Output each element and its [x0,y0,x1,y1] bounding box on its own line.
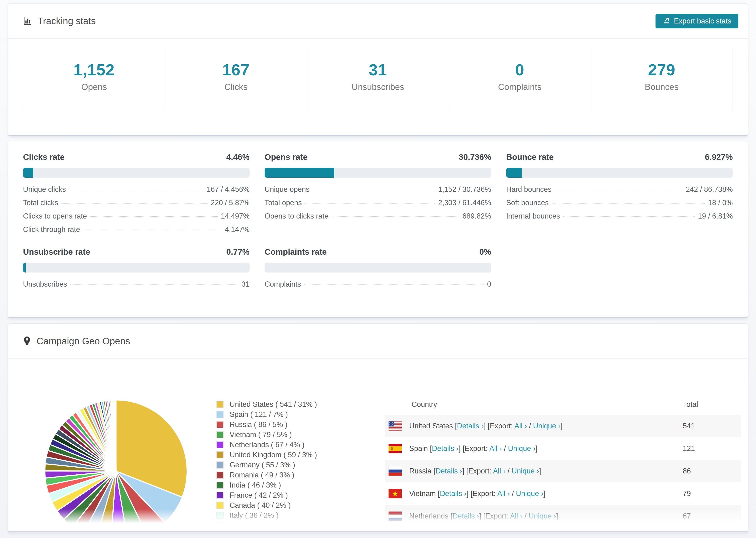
table-row-nl: Netherlands [Details ›] [Export: All › /… [385,505,741,527]
rate-title: Clicks rate [23,152,65,162]
rate-detail-value: 2,303 / 61.446% [438,198,491,207]
bracket: ] [561,422,563,430]
export-unique-link[interactable]: Unique › [508,444,535,453]
rate-detail-row: Unique opens1,152 / 30.736% [265,185,491,198]
legend-swatch [216,461,224,468]
details-link[interactable]: Details › [453,512,479,520]
flag-icon-ru [389,466,402,476]
legend-label: South Africa ( 29 / 2% ) [230,531,304,533]
legend-label: Italy ( 36 / 2% ) [230,511,279,520]
country-name: United States [ [409,422,457,430]
stats-summary-group: 1,152Opens167Clicks31Unsubscribes0Compla… [23,47,733,112]
stat-box-complaints: 0Complaints [449,47,591,112]
export-all-link[interactable]: All › [497,489,510,498]
stat-value: 1,152 [74,61,115,79]
country-cell: Russia [Details ›] [Export: All › / Uniq… [385,466,683,476]
rate-detail-value: 14.497% [221,212,249,220]
legend-item-united-kingdom: United Kingdom ( 59 / 3% ) [216,450,317,460]
legend-item-india: India ( 46 / 3% ) [216,480,317,490]
dotted-leader [552,203,705,203]
country-name: Vietnam [ [409,489,440,498]
rate-detail-label: Complaints [265,280,301,289]
rate-progress-bar [265,263,491,273]
rate-detail-label: Hard bounces [506,185,552,194]
bracket: ] [Export: [462,467,493,475]
column-header-total: Total [683,400,741,409]
details-link[interactable]: Details › [457,422,484,430]
column-header-country: Country [385,400,683,409]
export-all-link[interactable]: All › [489,444,502,453]
legend-item-vietnam: Vietnam ( 79 / 5% ) [216,430,317,440]
rate-detail-value: 220 / 5.87% [211,198,249,207]
slash: / [502,444,508,453]
slash: / [506,467,512,475]
export-unique-link[interactable]: Unique › [516,489,543,498]
rate-value: 30.736% [459,152,491,162]
details-link[interactable]: Details › [432,444,459,453]
country-links: Vietnam [Details ›] [Export: All › / Uni… [409,489,545,498]
rate-head: Clicks rate4.46% [23,152,249,162]
dotted-leader [90,216,217,217]
legend-swatch [216,532,224,533]
export-unique-link[interactable]: Unique › [533,422,561,430]
dotted-leader [313,190,435,190]
export-all-link[interactable]: All › [493,467,506,475]
page-title: Tracking stats [37,16,95,26]
country-cell: Netherlands [Details ›] [Export: All › /… [385,511,683,521]
legend-swatch [216,502,224,509]
details-link[interactable]: Details › [436,467,462,475]
dotted-leader [69,190,203,190]
legend-label: Germany ( 55 / 3% ) [230,461,295,469]
rate-detail-label: Opens to clicks rate [265,212,328,220]
export-basic-stats-button[interactable]: Export basic stats [656,14,738,28]
rate-head: Bounce rate6.927% [506,152,733,162]
legend-item-canada: Canada ( 40 / 2% ) [216,500,317,510]
export-unique-link[interactable]: Unique › [528,512,556,520]
pie-slice-other-49[interactable] [116,400,116,471]
flag-icon-nl [389,511,402,521]
rate-title: Bounce rate [506,152,554,162]
country-name: Netherlands [ [409,512,453,520]
total-cell: 67 [683,512,741,520]
geo-table-header: Country Total [385,394,741,415]
legend-item-brazil: Brazil ( 33 / 2% ) [216,520,317,530]
bracket: ] [543,489,545,498]
rate-detail-label: Internal bounces [506,212,560,220]
export-all-link[interactable]: All › [510,512,522,520]
dotted-leader [305,203,435,203]
country-name: Spain [ [409,444,432,453]
export-all-link[interactable]: All › [514,422,527,430]
country-name: Russia [ [409,467,436,475]
rate-detail-value: 1,152 / 30.736% [438,185,491,194]
geo-opens-pie-chart [43,398,189,532]
table-row-es: Spain [Details ›] [Export: All › / Uniqu… [385,437,741,460]
tracking-stats-title: Tracking stats [23,16,95,26]
legend-swatch [216,522,224,529]
details-link[interactable]: Details › [440,489,466,498]
legend-swatch [216,411,224,418]
bracket: ] [Export: [484,422,514,430]
total-cell: 79 [683,489,741,498]
legend-item-romania: Romania ( 49 / 3% ) [216,470,317,480]
rate-progress-fill [23,168,33,178]
slash: / [510,489,516,498]
legend-label: India ( 46 / 3% ) [230,481,281,489]
rate-detail-value: 18 / 0% [708,198,733,207]
dotted-leader [563,216,695,217]
rate-detail-row: Opens to clicks rate689.82% [265,212,491,225]
rate-detail-row: Unsubscribes31 [23,280,249,294]
flag-icon-us [389,421,402,431]
rate-value: 0% [479,247,491,256]
stat-value: 279 [648,61,675,79]
country-cell: Spain [Details ›] [Export: All › / Uniqu… [385,444,683,453]
rate-detail-row: Soft bounces18 / 0% [506,198,733,212]
bracket: ] [556,512,558,520]
rate-detail-row: Unique clicks167 / 4.456% [23,185,249,198]
rate-detail-label: Clicks to opens rate [23,212,87,220]
rate-progress-bar [506,168,733,178]
rate-detail-row: Clicks to opens rate14.497% [23,212,249,225]
legend-swatch [216,471,224,479]
export-unique-link[interactable]: Unique › [512,467,539,475]
rate-title: Unsubscribe rate [23,247,90,256]
rates-grid: Clicks rate4.46%Unique clicks167 / 4.456… [8,141,748,294]
